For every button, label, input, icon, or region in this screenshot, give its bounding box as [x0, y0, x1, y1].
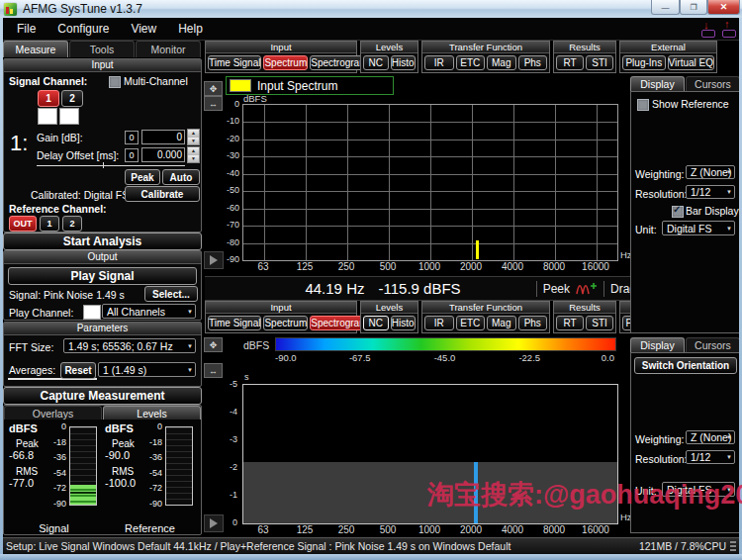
gain-step-box[interactable]: 0 [125, 131, 139, 144]
averages-dropdown[interactable]: 1 (1.49 s) [98, 362, 196, 377]
play-channel-color-swatch[interactable] [83, 305, 101, 320]
view-button-sti[interactable]: STI [586, 55, 613, 70]
tab-group-label: Levels [361, 42, 417, 53]
calibrate-button[interactable]: Calibrate [125, 186, 200, 202]
multi-channel-checkbox[interactable] [109, 76, 121, 88]
channel1-color-swatch[interactable] [38, 108, 57, 125]
weighting-dropdown[interactable]: Z (None) [686, 430, 735, 444]
play-signal-button[interactable]: Play Signal [8, 267, 197, 285]
view-button-time-signal[interactable]: Time Signal [208, 316, 261, 330]
view-button-plug-ins[interactable]: Plug-Ins [622, 55, 666, 70]
peak-button[interactable]: Peak [125, 169, 160, 185]
gain-spinner[interactable]: ▲▼ [187, 129, 200, 145]
auto-button[interactable]: Auto [162, 169, 200, 185]
switch-orientation-button[interactable]: Switch Orientation [634, 357, 737, 374]
dock-up-icon[interactable]: ↑ [721, 23, 736, 38]
tab-display[interactable]: Display [630, 76, 685, 91]
output-panel-header: Output [4, 251, 201, 264]
gridline [306, 105, 307, 260]
tab-tools[interactable]: Tools [69, 41, 135, 57]
resize-grip-icon[interactable] [730, 541, 736, 551]
signal-channel-2[interactable]: 2 [61, 90, 83, 107]
reference-channel-1[interactable]: 1 [40, 216, 59, 232]
view-button-spectrum[interactable]: Spectrum [263, 316, 308, 330]
delay-slider-track[interactable] [37, 165, 185, 166]
title-bar[interactable]: AFMG SysTune v1.3.7 — ❐ ✕ [0, 0, 742, 18]
delay-spinner[interactable]: ▲▼ [187, 146, 200, 163]
play-channel-dropdown[interactable]: All Channels [102, 304, 196, 319]
delay-slider-thumb[interactable] [103, 162, 104, 168]
meter-scale-tick: 0 [61, 421, 66, 431]
show-reference-checkbox[interactable] [637, 99, 649, 111]
view-button-ir[interactable]: IR [424, 55, 454, 70]
signal-channel-1[interactable]: 1 [38, 90, 59, 107]
view-button-mag[interactable]: Mag [487, 316, 516, 330]
tab-cursors[interactable]: Cursors [686, 337, 740, 352]
input-panel: Input Signal Channel: Multi-Channel 12 1… [3, 58, 202, 233]
tab-display[interactable]: Display [630, 337, 685, 352]
menu-help[interactable]: Help [167, 22, 214, 36]
weighting-dropdown[interactable]: Z (None) [686, 165, 735, 179]
menu-file[interactable]: File [6, 22, 46, 36]
select-signal-button[interactable]: Select... [144, 286, 198, 302]
peek-mode-label[interactable]: Peek [543, 282, 570, 296]
view-button-virtual-eq[interactable]: Virtual EQ [668, 55, 714, 70]
view-button-rt[interactable]: RT [556, 55, 584, 70]
pan-horizontal-icon[interactable]: ↔ [204, 363, 223, 378]
reference-channel-out[interactable]: OUT [9, 216, 37, 232]
meters-tab-levels[interactable]: Levels [103, 406, 201, 420]
view-button-sti[interactable]: STI [586, 316, 613, 330]
bar-display-checkbox[interactable] [672, 206, 684, 218]
peek-icon[interactable] [576, 281, 598, 296]
view-button-etc[interactable]: ETC [456, 316, 486, 330]
view-button-histo[interactable]: Histo [391, 55, 417, 70]
menu-configure[interactable]: Configure [46, 22, 120, 36]
spectrum-plot[interactable] [242, 104, 618, 261]
view-button-ir[interactable]: IR [424, 316, 454, 330]
unit-dropdown[interactable]: Digital FS [662, 221, 735, 235]
y-tick-label: -10 [227, 116, 239, 126]
view-button-spectrum[interactable]: Spectrum [263, 55, 308, 70]
x-tick-label: 125 [297, 524, 314, 535]
viewer1-play-button[interactable] [204, 251, 224, 269]
tab-group-results: ResultsRTSTI [553, 41, 616, 73]
view-button-phs[interactable]: Phs [518, 316, 548, 330]
delay-value-field[interactable]: 0.000 [141, 147, 185, 162]
gain-value-field[interactable]: 0 [141, 130, 185, 144]
reset-averages-button[interactable]: Reset [60, 362, 96, 379]
tab-cursors[interactable]: Cursors [686, 76, 740, 91]
view-button-mag[interactable]: Mag [487, 55, 516, 70]
colorbar-tick-label: -90.0 [275, 352, 297, 363]
viewer2-play-button[interactable] [204, 514, 224, 532]
view-button-etc[interactable]: ETC [456, 55, 486, 70]
maximize-button[interactable]: ❐ [680, 0, 707, 15]
meters-tab-overlays[interactable]: Overlays [4, 406, 102, 420]
menu-view[interactable]: View [120, 22, 167, 36]
pan-icon[interactable]: ✥ [204, 337, 223, 352]
start-analysis-button[interactable]: Start Analysis [3, 233, 202, 250]
fft-size-dropdown[interactable]: 1.49 s; 65536; 0.67 Hz [63, 338, 196, 353]
view-button-phs[interactable]: Phs [518, 55, 548, 70]
pan-icon[interactable]: ✥ [204, 81, 223, 96]
close-button[interactable]: ✕ [707, 0, 740, 15]
reference-channel-2[interactable]: 2 [62, 216, 82, 232]
dock-down-icon[interactable]: ↓ [700, 23, 715, 38]
view-button-rt[interactable]: RT [556, 316, 584, 330]
view-button-nc[interactable]: NC [363, 316, 389, 330]
capture-measurement-button[interactable]: Capture Measurement [3, 387, 202, 405]
menu-items: FileConfigureViewHelp [0, 18, 742, 40]
delay-step-box[interactable]: 0 [125, 148, 139, 162]
view-button-time-signal[interactable]: Time Signal [208, 55, 261, 70]
gridline [389, 105, 390, 260]
tab-monitor[interactable]: Monitor [136, 41, 201, 57]
weighting-label: Weighting: [635, 433, 684, 445]
reference-channel-buttons: OUT12 [9, 216, 82, 232]
view-button-histo[interactable]: Histo [391, 316, 417, 330]
resolution-dropdown[interactable]: 1/12 [686, 450, 735, 464]
minimize-button[interactable]: — [651, 0, 680, 15]
tab-measure[interactable]: Measure [3, 41, 68, 57]
view-button-nc[interactable]: NC [363, 55, 389, 70]
spectrogram-y-unit: s [244, 372, 249, 382]
channel2-color-swatch[interactable] [59, 108, 79, 125]
resolution-dropdown[interactable]: 1/12 [686, 185, 735, 199]
